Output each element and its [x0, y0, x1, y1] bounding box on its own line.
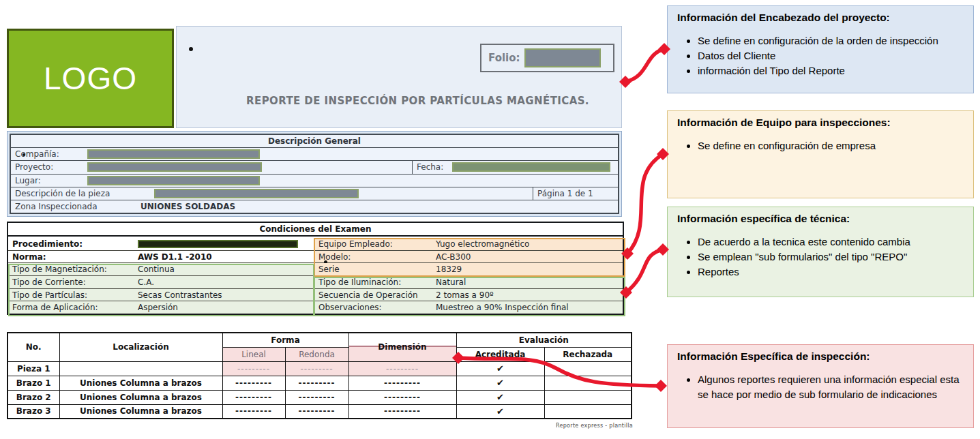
callout-bullet: De acuerdo a la tecnica este contenido c…	[698, 234, 964, 249]
row-label: Secuencia de Operación	[314, 290, 436, 300]
check-icon: ✔	[496, 378, 504, 388]
callout-bullet: información del Tipo del Reporte	[698, 63, 964, 78]
callout-encabezado-proyecto: Información del Encabezado del proyecto:…	[667, 5, 974, 93]
cell-no: Pieza 1	[8, 361, 59, 376]
row-value: C.A.	[138, 277, 154, 287]
pieza-label: Descripción de la pieza	[11, 189, 154, 198]
pieza-redacted-value	[154, 189, 359, 198]
cell-redonda: ---------	[299, 393, 336, 402]
cell-localizacion	[59, 361, 222, 376]
callout-especifica-tecnica: Información específica de técnica: De ac…	[667, 207, 974, 297]
condiciones-examen-section: Condiciones del Examen Procedimiento: No…	[7, 222, 624, 315]
row-label: Tipo de Corriente:	[8, 277, 138, 287]
condiciones-examen-title: Condiciones del Examen	[8, 223, 623, 237]
cell-lineal: ---------	[237, 364, 270, 374]
company-logo: LOGO	[7, 29, 174, 128]
callout-bullet-list: Algunos reportes requieren una informaci…	[677, 372, 964, 402]
fecha-cell: Fecha:	[412, 161, 618, 173]
callout-especifica-inspeccion: Información Específica de inspección: Al…	[667, 344, 974, 428]
cell-localizacion: Uniones Columna a brazos	[59, 404, 222, 419]
condiciones-examen-body: Procedimiento: Norma: AWS D1.1 -2010 Tip…	[8, 238, 623, 314]
row-value: 18329	[436, 264, 462, 274]
callout-title: Información Específica de inspección:	[677, 350, 964, 363]
row-label: Modelo:	[314, 252, 436, 262]
section-title-text: Descripción General	[268, 136, 361, 146]
cell-lineal: ---------	[235, 406, 272, 416]
row-value: AC-B300	[436, 252, 471, 262]
callout-title: Información del Encabezado del proyecto:	[677, 12, 964, 24]
cell-dimension: ---------	[386, 364, 419, 374]
procedimiento-redacted-value	[138, 240, 298, 248]
descripcion-general-title: Descripción General	[11, 135, 618, 147]
row-compania: Compañía:	[11, 147, 618, 160]
table-row-pieza-1: Pieza 1 --------- --------- --------- ✔	[8, 361, 632, 376]
row-value: Natural	[436, 277, 466, 287]
arrow-equipo	[627, 154, 663, 254]
descripcion-general-table: Descripción General Compañía: Proyecto: …	[10, 134, 619, 214]
inspeccion-results-table: No. Localización Forma Dimensión Evaluac…	[7, 332, 632, 419]
report-header-panel: Folio: REPORTE DE INSPECCIÓN POR PARTÍCU…	[176, 26, 622, 128]
cell-rechazada	[544, 390, 632, 404]
row-label: Observaciones:	[314, 303, 436, 312]
col-header-dimension: Dimensión	[348, 333, 456, 361]
row-label: Tipo de Partículas:	[8, 290, 138, 300]
callout-title: Información específica de técnica:	[677, 213, 964, 225]
cell-rechazada	[544, 361, 632, 376]
table-row-brazo-2: Brazo 2 Uniones Columna a brazos -------…	[8, 390, 632, 404]
row-pieza-pagina: Descripción de la pieza Página 1 de 1	[11, 187, 618, 200]
row-value: Continua	[138, 264, 175, 274]
cond-row-modelo: Modelo: AC-B300	[314, 251, 623, 264]
cell-lineal: ---------	[235, 393, 272, 402]
cond-row-norma: Norma: AWS D1.1 -2010	[8, 251, 314, 264]
arrow-encabezado	[625, 49, 664, 82]
fecha-label: Fecha:	[413, 162, 452, 172]
cell-redonda: ---------	[299, 406, 336, 416]
cond-row-equipo: Equipo Empleado: Yugo electromagnético	[314, 238, 623, 251]
row-zona: Zona Inspeccionada UNIONES SOLDADAS	[11, 200, 618, 213]
check-icon: ✔	[496, 392, 504, 402]
col-header-localizacion: Localización	[59, 333, 222, 361]
cell-redonda: ---------	[299, 378, 336, 388]
callout-bullet: Algunos reportes requieren una informaci…	[698, 372, 964, 402]
cond-row-serie: Serie 18329	[314, 263, 623, 276]
zona-value: UNIONES SOLDADAS	[140, 202, 235, 211]
col-header-forma: Forma	[222, 333, 348, 347]
proyecto-label: Proyecto:	[11, 162, 87, 172]
callout-title: Información de Equipo para inspecciones:	[677, 117, 964, 129]
fecha-redacted-value	[452, 162, 610, 172]
col-header-lineal: Lineal	[222, 347, 285, 361]
bullet-dot	[189, 47, 193, 51]
callout-bullet-list: Se define en configuración de empresa	[677, 138, 964, 153]
zona-label: Zona Inspeccionada	[11, 202, 140, 211]
arrow-diamond	[655, 380, 667, 392]
table-row-brazo-1: Brazo 1 Uniones Columna a brazos -------…	[8, 376, 632, 390]
compania-redacted-value	[87, 149, 260, 159]
row-value: AWS D1.1 -2010	[138, 252, 212, 262]
row-label: Tipo de Magnetización:	[8, 264, 138, 274]
folio-field[interactable]: Folio:	[480, 44, 614, 72]
cell-redonda: ---------	[301, 364, 333, 374]
row-lugar: Lugar:	[11, 174, 618, 187]
cell-no: Brazo 3	[8, 404, 59, 419]
folio-label: Folio:	[488, 52, 520, 64]
arrow-tecnica	[626, 249, 663, 292]
cell-lineal: ---------	[235, 378, 272, 388]
callout-equipo-inspecciones: Información de Equipo para inspecciones:…	[667, 110, 974, 198]
row-label: Forma de Aplicación:	[8, 303, 138, 312]
callout-bullet: Se define en configuración de empresa	[698, 138, 964, 153]
cell-localizacion: Uniones Columna a brazos	[59, 390, 222, 404]
footer-note: Reporte express - plantilla	[556, 423, 633, 429]
cond-row-procedimiento: Procedimiento:	[8, 238, 314, 251]
cond-row-iluminacion: Tipo de Iluminación: Natural	[314, 276, 623, 289]
row-value: Yugo electromagnético	[436, 239, 529, 249]
check-icon: ✔	[496, 363, 504, 374]
condiciones-right-column: Equipo Empleado: Yugo electromagnético M…	[314, 238, 623, 314]
pagina-label: Página 1 de 1	[533, 189, 593, 198]
callout-bullet-list: Se define en configuración de la orden d…	[677, 33, 964, 78]
col-header-no: No.	[8, 333, 59, 361]
cell-dimension: ---------	[384, 406, 421, 416]
col-header-rechazada: Rechazada	[544, 347, 632, 361]
table-row-brazo-3: Brazo 3 Uniones Columna a brazos -------…	[8, 404, 632, 419]
cell-localizacion: Uniones Columna a brazos	[59, 376, 222, 390]
logo-text: LOGO	[44, 60, 137, 97]
